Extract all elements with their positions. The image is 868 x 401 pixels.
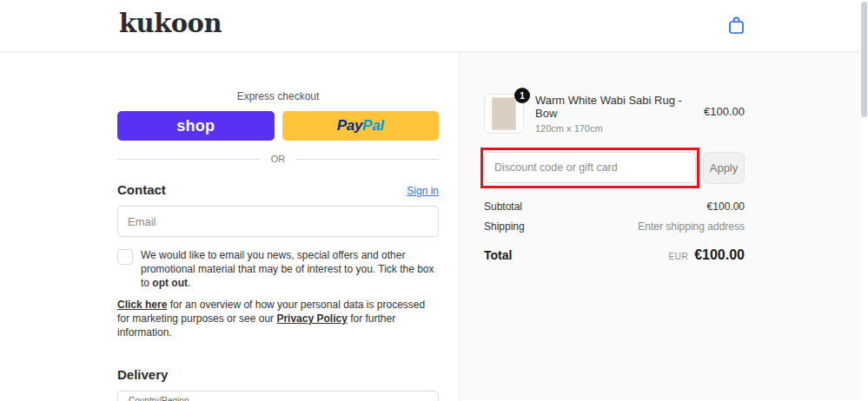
product-title: Warm White Wabi Sabi Rug - Bow [535,94,704,120]
shop-pay-logo: shop [176,117,215,135]
order-summary-column: 1 Warm White Wabi Sabi Rug - Bow 120cm x… [459,52,868,400]
shopping-bag-icon [728,24,745,37]
product-price: €100.00 [704,94,745,118]
totals-section: Subtotal €100.00 Shipping Enter shipping… [484,200,745,263]
product-thumbnail: 1 [484,94,524,134]
paypal-logo: PayPal [337,117,384,135]
optout-label: We would like to email you news, special… [141,248,438,290]
email-field[interactable] [117,206,439,237]
paypal-button[interactable]: PayPal [282,111,440,141]
shipping-label: Shipping [484,220,525,233]
total-value: €100.00 [694,247,745,263]
subtotal-label: Subtotal [484,200,522,213]
subtotal-value: €100.00 [707,200,745,213]
shipping-value: Enter shipping address [638,220,745,233]
checkout-main: Express checkout shop PayPal OR Contact … [0,52,868,400]
contact-heading: Contact [117,182,166,197]
product-variant: 120cm x 170cm [535,123,704,134]
or-divider: OR [117,154,439,164]
country-select-label: Country/Region [129,396,427,401]
privacy-policy-link[interactable]: Privacy Policy [276,312,347,325]
country-select[interactable]: Country/Region Ireland [117,391,439,401]
apply-discount-button[interactable]: Apply [703,152,745,184]
express-buttons: shop PayPal [117,111,439,141]
quantity-badge: 1 [514,88,530,103]
cart-line-item: 1 Warm White Wabi Sabi Rug - Bow 120cm x… [484,52,745,134]
express-checkout-label: Express checkout [117,90,439,102]
page-scrollbar-track [860,0,868,401]
discount-code-input[interactable] [484,152,696,183]
sign-in-link[interactable]: Sign in [407,185,439,197]
shop-pay-button[interactable]: shop [117,111,275,141]
total-label: Total [484,248,512,262]
store-logo[interactable]: kukoon [119,9,222,38]
checkout-form-column: Express checkout shop PayPal OR Contact … [0,52,459,400]
currency-code: EUR [669,252,689,261]
cart-button[interactable] [725,16,747,38]
page-scrollbar-thumb[interactable] [861,2,867,117]
rug-image [492,97,516,130]
or-label: OR [271,154,286,164]
delivery-heading: Delivery [117,367,439,382]
click-here-link[interactable]: Click here [117,299,167,311]
optout-checkbox[interactable] [117,249,133,265]
privacy-paragraph: Click here for an overview of how your p… [117,298,439,339]
discount-row: Apply [484,152,745,184]
checkout-header: kukoon [0,0,868,52]
